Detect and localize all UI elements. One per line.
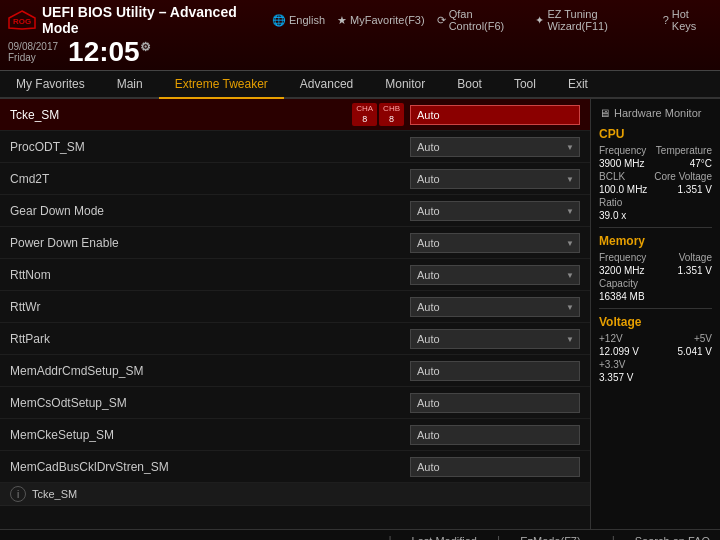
cpu-bclk-label: BCLK bbox=[599, 171, 625, 182]
qfan-tool[interactable]: ⟳ Qfan Control(F6) bbox=[437, 8, 524, 32]
cmd2t-select[interactable]: Auto bbox=[410, 169, 580, 189]
setting-row-tcke-sm[interactable]: Tcke_SM CHA 8 CHB 8 bbox=[0, 99, 590, 131]
cpu-temp-value: 47°C bbox=[690, 158, 712, 169]
cpu-ratio-label-row: Ratio bbox=[599, 197, 712, 208]
tab-extreme-tweaker[interactable]: Extreme Tweaker bbox=[159, 71, 284, 99]
bottom-bar: | Last Modified | EzMode(F7)→ | Search o… bbox=[0, 529, 720, 540]
setting-row-memcadbusckldrv[interactable]: MemCadBusCklDrvStren_SM bbox=[0, 451, 590, 483]
setting-row-memaddrcmdsetup[interactable]: MemAddrCmdSetup_SM bbox=[0, 355, 590, 387]
settings-panel: Tcke_SM CHA 8 CHB 8 ProcODT_SM Auto bbox=[0, 99, 590, 529]
cpu-freq-value: 3900 MHz bbox=[599, 158, 645, 169]
volt-12v-val-row: 12.099 V 5.041 V bbox=[599, 346, 712, 357]
help-icon: ? bbox=[663, 14, 669, 26]
setting-row-memcsodtsetup[interactable]: MemCsOdtSetup_SM bbox=[0, 387, 590, 419]
tab-advanced[interactable]: Advanced bbox=[284, 71, 369, 97]
cpu-section-title: CPU bbox=[599, 127, 712, 141]
main-content: Tcke_SM CHA 8 CHB 8 ProcODT_SM Auto bbox=[0, 99, 720, 529]
setting-row-procodt-sm[interactable]: ProcODT_SM Auto bbox=[0, 131, 590, 163]
setting-name-tcke-sm: Tcke_SM bbox=[10, 108, 352, 122]
setting-name-memcsodtsetup: MemCsOdtSetup_SM bbox=[10, 396, 410, 410]
setting-row-rttnom[interactable]: RttNom Auto bbox=[0, 259, 590, 291]
mem-freq-label-row: Frequency Voltage bbox=[599, 252, 712, 263]
nav-bar: My Favorites Main Extreme Tweaker Advanc… bbox=[0, 71, 720, 99]
time-display: 12:05⚙ bbox=[68, 38, 151, 66]
tcke-sm-control bbox=[410, 105, 580, 125]
setting-row-rttwr[interactable]: RttWr Auto bbox=[0, 291, 590, 323]
setting-row-power-down[interactable]: Power Down Enable Auto bbox=[0, 227, 590, 259]
tab-exit[interactable]: Exit bbox=[552, 71, 604, 97]
memaddrcmdsetup-input[interactable] bbox=[410, 361, 580, 381]
mem-cap-label-row: Capacity bbox=[599, 278, 712, 289]
procodt-sm-select[interactable]: Auto bbox=[410, 137, 580, 157]
cpu-ratio-label: Ratio bbox=[599, 197, 622, 208]
setting-row-memckesetup[interactable]: MemCkeSetup_SM bbox=[0, 419, 590, 451]
volt-12v-label: +12V bbox=[599, 333, 623, 344]
rttwr-select[interactable]: Auto bbox=[410, 297, 580, 317]
setting-name-memaddrcmdsetup: MemAddrCmdSetup_SM bbox=[10, 364, 410, 378]
mem-freq-label: Frequency bbox=[599, 252, 646, 263]
cpu-bclk-val-row: 100.0 MHz 1.351 V bbox=[599, 184, 712, 195]
logo-title: ROG UEFI BIOS Utility – Advanced Mode bbox=[8, 4, 264, 36]
ez-mode-btn[interactable]: EzMode(F7)→ bbox=[520, 535, 592, 540]
tab-monitor[interactable]: Monitor bbox=[369, 71, 441, 97]
cpu-bclk-label-row: BCLK Core Voltage bbox=[599, 171, 712, 182]
svg-text:ROG: ROG bbox=[13, 17, 31, 26]
tab-my-favorites[interactable]: My Favorites bbox=[0, 71, 101, 97]
wizard-icon: ✦ bbox=[535, 14, 544, 27]
rttpark-control: Auto bbox=[410, 329, 580, 349]
mem-freq-value: 3200 MHz bbox=[599, 265, 645, 276]
setting-row-rttpark[interactable]: RttPark Auto bbox=[0, 323, 590, 355]
memckesetup-input[interactable] bbox=[410, 425, 580, 445]
cmd2t-control: Auto bbox=[410, 169, 580, 189]
tab-main[interactable]: Main bbox=[101, 71, 159, 97]
ez-mode-label: EzMode(F7)→ bbox=[520, 535, 592, 540]
mem-cap-label: Capacity bbox=[599, 278, 638, 289]
mem-freq-val-row: 3200 MHz 1.351 V bbox=[599, 265, 712, 276]
language-tool[interactable]: 🌐 English bbox=[272, 14, 325, 27]
date-time-area: 09/08/2017 Friday 12:05⚙ bbox=[8, 38, 151, 66]
rttnom-select[interactable]: Auto bbox=[410, 265, 580, 285]
date-line2: Friday bbox=[8, 52, 36, 63]
memcadbusckldrv-input[interactable] bbox=[410, 457, 580, 477]
cpu-bclk-value: 100.0 MHz bbox=[599, 184, 647, 195]
memcsodtsetup-input[interactable] bbox=[410, 393, 580, 413]
hw-divider-1 bbox=[599, 227, 712, 228]
header: ROG UEFI BIOS Utility – Advanced Mode 🌐 … bbox=[0, 0, 720, 71]
hw-monitor-panel: 🖥 Hardware Monitor CPU Frequency Tempera… bbox=[590, 99, 720, 529]
tab-boot[interactable]: Boot bbox=[441, 71, 498, 97]
search-faq-btn[interactable]: Search on FAQ bbox=[635, 535, 710, 540]
rttwr-control: Auto bbox=[410, 297, 580, 317]
rttnom-control: Auto bbox=[410, 265, 580, 285]
memory-section-title: Memory bbox=[599, 234, 712, 248]
tab-tool[interactable]: Tool bbox=[498, 71, 552, 97]
rttpark-select[interactable]: Auto bbox=[410, 329, 580, 349]
info-bar: i Tcke_SM bbox=[0, 483, 590, 506]
volt-33v-label-row: +3.3V bbox=[599, 359, 712, 370]
gear-down-select[interactable]: Auto bbox=[410, 201, 580, 221]
volt-33v-val-row: 3.357 V bbox=[599, 372, 712, 383]
memcsodtsetup-control bbox=[410, 393, 580, 413]
cpu-freq-label-row: Frequency Temperature bbox=[599, 145, 712, 156]
cpu-freq-val-row: 3900 MHz 47°C bbox=[599, 158, 712, 169]
setting-row-cmd2t[interactable]: Cmd2T Auto bbox=[0, 163, 590, 195]
memckesetup-control bbox=[410, 425, 580, 445]
ez-tuning-tool[interactable]: ✦ EZ Tuning Wizard(F11) bbox=[535, 8, 650, 32]
mem-cap-value: 16384 MB bbox=[599, 291, 645, 302]
mem-volt-value: 1.351 V bbox=[678, 265, 712, 276]
last-modified-label: Last Modified bbox=[412, 535, 477, 540]
hot-keys-tool[interactable]: ? Hot Keys bbox=[663, 8, 712, 32]
power-down-select[interactable]: Auto bbox=[410, 233, 580, 253]
memcadbusckldrv-control bbox=[410, 457, 580, 477]
volt-12v-value: 12.099 V bbox=[599, 346, 639, 357]
last-modified-btn[interactable]: Last Modified bbox=[412, 535, 477, 540]
fan-icon: ⟳ bbox=[437, 14, 446, 27]
setting-row-gear-down-mode[interactable]: Gear Down Mode Auto bbox=[0, 195, 590, 227]
cpu-temp-label: Temperature bbox=[656, 145, 712, 156]
hw-divider-2 bbox=[599, 308, 712, 309]
procodt-sm-control: Auto bbox=[410, 137, 580, 157]
cpu-freq-label: Frequency bbox=[599, 145, 646, 156]
tcke-sm-input[interactable] bbox=[410, 105, 580, 125]
favorites-tool[interactable]: ★ MyFavorite(F3) bbox=[337, 14, 425, 27]
volt-33v-value: 3.357 V bbox=[599, 372, 633, 383]
setting-name-rttpark: RttPark bbox=[10, 332, 410, 346]
